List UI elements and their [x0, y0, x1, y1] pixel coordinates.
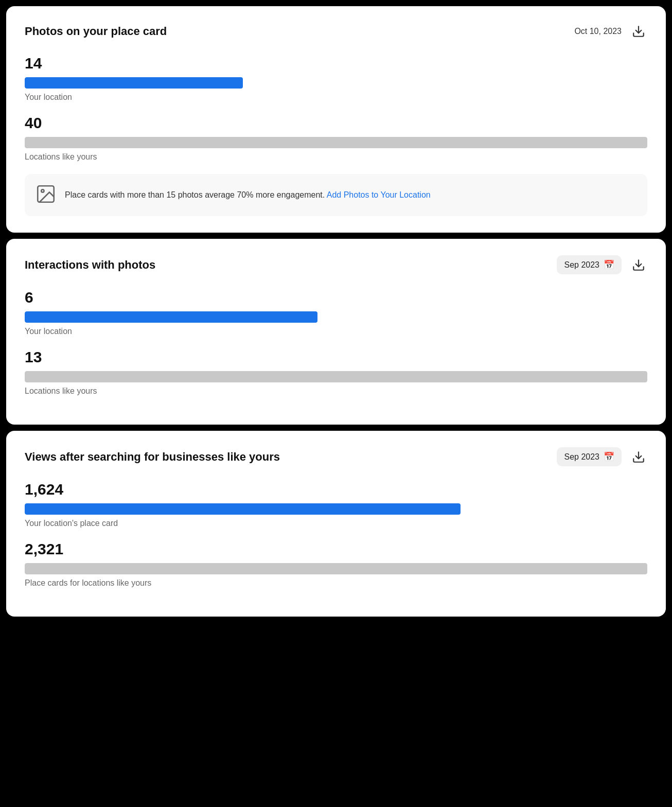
date-text: Sep 2023 [564, 452, 599, 462]
metric-section-1: 2,321Place cards for locations like your… [25, 540, 647, 588]
date-text: Sep 2023 [564, 260, 599, 270]
download-button[interactable] [630, 256, 647, 274]
gray-bar [25, 563, 647, 574]
gray-bar [25, 137, 647, 148]
download-button[interactable] [630, 448, 647, 466]
metric-section-0: 6Your location [25, 289, 647, 336]
bar-label: Your location's place card [25, 519, 647, 528]
svg-point-2 [41, 189, 44, 192]
metric-value: 14 [25, 55, 647, 72]
card-views-searching: Views after searching for businesses lik… [6, 431, 666, 617]
info-box: Place cards with more than 15 photos ave… [25, 174, 647, 216]
bar-container-1 [25, 563, 647, 574]
metric-value: 1,624 [25, 481, 647, 498]
gray-bar [25, 371, 647, 382]
bar-container-0 [25, 311, 647, 323]
bar-label: Locations like yours [25, 387, 647, 396]
blue-bar [25, 311, 317, 323]
download-icon [632, 258, 645, 272]
card-title: Views after searching for businesses lik… [25, 450, 280, 464]
bar-label: Your location [25, 93, 647, 102]
card-interactions-photos: Interactions with photosSep 2023📅 6Your … [6, 239, 666, 425]
calendar-icon: 📅 [604, 451, 614, 462]
bar-container-1 [25, 371, 647, 382]
date-text: Oct 10, 2023 [574, 27, 622, 36]
metric-section-1: 40Locations like yours [25, 114, 647, 162]
download-icon [632, 450, 645, 464]
card-header-right: Sep 2023📅 [557, 447, 647, 466]
metric-section-0: 1,624Your location's place card [25, 481, 647, 528]
bar-container-0 [25, 77, 647, 89]
card-title: Interactions with photos [25, 258, 155, 272]
card-header-right: Sep 2023📅 [557, 255, 647, 274]
metric-value: 2,321 [25, 540, 647, 558]
card-header: Photos on your place cardOct 10, 2023 [25, 23, 647, 40]
blue-bar [25, 503, 461, 515]
bar-container-0 [25, 503, 647, 515]
bar-label: Locations like yours [25, 152, 647, 162]
card-header-right: Oct 10, 2023 [574, 23, 647, 40]
bar-label: Place cards for locations like yours [25, 578, 647, 588]
metric-value: 13 [25, 348, 647, 366]
date-badge[interactable]: Sep 2023📅 [557, 255, 622, 274]
calendar-icon: 📅 [604, 259, 614, 270]
blue-bar [25, 77, 243, 89]
metric-value: 40 [25, 114, 647, 132]
card-header: Views after searching for businesses lik… [25, 447, 647, 466]
metric-section-1: 13Locations like yours [25, 348, 647, 396]
download-button[interactable] [630, 23, 647, 40]
metric-section-0: 14Your location [25, 55, 647, 102]
card-title: Photos on your place card [25, 25, 167, 38]
bar-label: Your location [25, 327, 647, 336]
photos-icon [35, 183, 57, 207]
metric-value: 6 [25, 289, 647, 306]
add-photos-link[interactable]: Add Photos to Your Location [327, 190, 431, 199]
card-header: Interactions with photosSep 2023📅 [25, 255, 647, 274]
bar-container-1 [25, 137, 647, 148]
download-icon [632, 25, 645, 38]
info-text: Place cards with more than 15 photos ave… [65, 189, 431, 201]
card-photos-place-card: Photos on your place cardOct 10, 2023 14… [6, 6, 666, 233]
date-badge[interactable]: Sep 2023📅 [557, 447, 622, 466]
